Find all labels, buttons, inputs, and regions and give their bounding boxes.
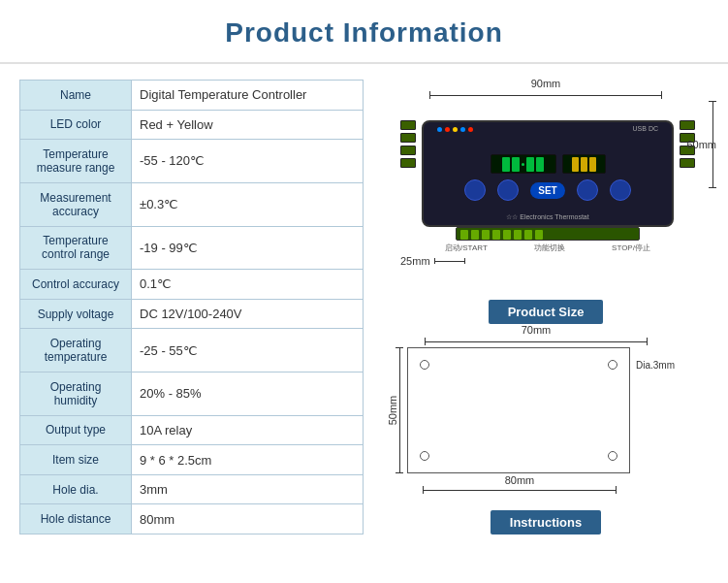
hole-br — [608, 451, 617, 461]
table-row: Operating humidity20% - 85% — [20, 372, 364, 416]
spec-label: Hole dia. — [20, 474, 132, 504]
bottom-diagram: 70mm 50mm — [396, 338, 696, 473]
specs-table: NameDigital Temperature ControllerLED co… — [19, 80, 364, 534]
dim-70mm: 70mm — [522, 324, 552, 336]
stop-label: STOP/停止 — [612, 243, 650, 253]
device-illustration: USB DC — [422, 120, 674, 227]
instructions-label: Instructions — [491, 510, 601, 534]
page-title: Product Information — [0, 17, 728, 49]
spec-value: -55 - 120℃ — [132, 140, 364, 183]
spec-label: Operating temperature — [20, 329, 132, 372]
spec-label: Item size — [20, 445, 132, 475]
dim-50mm: 50mm — [387, 396, 398, 426]
spec-value: -19 - 99℃ — [132, 226, 364, 270]
table-row: Item size9 * 6 * 2.5cm — [20, 445, 364, 475]
table-row: Output type10A relay — [20, 415, 364, 445]
table-row: Temperature control range-19 - 99℃ — [20, 226, 364, 270]
spec-label: Measurement accuracy — [20, 182, 132, 226]
table-row: Hole distance80mm — [20, 504, 364, 534]
spec-label: Output type — [20, 415, 132, 445]
spec-value: 80mm — [132, 504, 364, 534]
top-diagram: 90mm — [400, 80, 691, 267]
spec-label: Supply voltage — [20, 299, 132, 329]
table-row: NameDigital Temperature Controller — [20, 81, 364, 111]
spec-label: Temperature measure range — [20, 140, 132, 183]
spec-value: Red + Yellow — [132, 110, 364, 140]
table-row: Measurement accuracy±0.3℃ — [20, 182, 364, 226]
func-label: 功能切换 — [534, 243, 565, 253]
spec-value: -25 - 55℃ — [132, 329, 364, 372]
spec-value: 10A relay — [132, 415, 364, 445]
spec-label: LED color — [20, 110, 132, 140]
table-row: Temperature measure range-55 - 120℃ — [20, 140, 364, 183]
table-row: LED colorRed + Yellow — [20, 110, 364, 140]
start-label: 启动/START — [445, 243, 488, 253]
table-row: Operating temperature-25 - 55℃ — [20, 329, 364, 372]
hole-tr — [608, 360, 617, 370]
table-row: Control accuracy0.1℃ — [20, 270, 364, 300]
spec-value: 0.1℃ — [132, 270, 364, 300]
hole-bl — [420, 451, 429, 461]
dim-25mm: 25mm — [400, 255, 430, 267]
table-row: Supply voltageDC 12V/100-240V — [20, 299, 364, 329]
product-size-label: Product Size — [489, 300, 604, 324]
spec-label: Operating humidity — [20, 372, 132, 416]
spec-label: Hole distance — [20, 504, 132, 534]
hole-tl — [420, 360, 429, 370]
spec-label: Name — [20, 81, 132, 111]
dia-label: Dia.3mm — [636, 360, 675, 371]
spec-value: 9 * 6 * 2.5cm — [132, 445, 364, 475]
spec-value: DC 12V/100-240V — [132, 299, 364, 329]
page-header: Product Information — [0, 0, 728, 64]
dim-60mm: 60mm — [686, 139, 716, 150]
spec-value: 20% - 85% — [132, 372, 364, 416]
spec-label: Control accuracy — [20, 270, 132, 300]
table-row: Hole dia.3mm — [20, 474, 364, 504]
main-content: NameDigital Temperature ControllerLED co… — [0, 64, 728, 544]
dim-90mm: 90mm — [531, 78, 561, 89]
spec-value: 3mm — [132, 474, 364, 504]
set-button-label: SET — [530, 182, 564, 199]
spec-label: Temperature control range — [20, 226, 132, 270]
dim-80mm: 80mm — [505, 474, 535, 486]
product-diagrams: 90mm — [383, 80, 709, 534]
spec-value: ±0.3℃ — [132, 182, 364, 226]
spec-value: Digital Temperature Controller — [132, 81, 364, 111]
